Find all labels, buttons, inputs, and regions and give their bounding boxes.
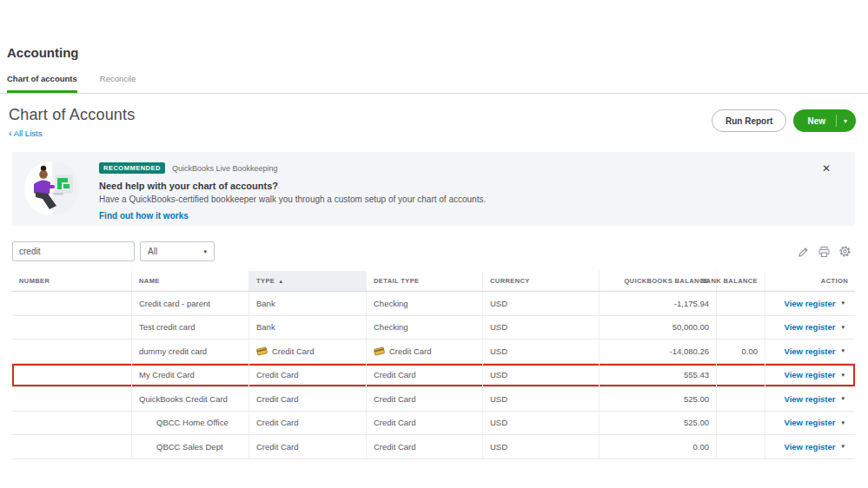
new-button-label: New <box>793 116 836 126</box>
cell-type: Credit Card <box>249 435 367 458</box>
cell-currency: USD <box>483 316 600 340</box>
view-register-label: View register <box>785 346 836 356</box>
cell-number <box>12 316 132 340</box>
banner-body-text: Have a QuickBooks-certified bookkeeper w… <box>99 195 855 204</box>
view-register-label: View register <box>785 322 836 332</box>
cell-type: Credit Card <box>249 387 367 411</box>
cell-name: QBCC Home Office <box>132 412 249 435</box>
register-dropdown-caret-icon[interactable]: ▾ <box>841 347 845 354</box>
cell-bank-balance <box>717 435 765 458</box>
table-row: Test credit cardBankCheckingUSD50,000.00… <box>12 316 855 340</box>
view-register-button[interactable]: View register▾ <box>765 387 855 411</box>
table-row: QuickBooks Credit CardCredit CardCredit … <box>12 387 855 412</box>
view-register-button[interactable]: View register▾ <box>765 316 855 340</box>
view-register-button[interactable]: View register▾ <box>765 412 855 435</box>
cell-currency: USD <box>483 364 600 387</box>
register-dropdown-caret-icon[interactable]: ▾ <box>841 324 845 331</box>
cell-number <box>12 412 132 435</box>
cell-bank-balance: 0.00 <box>717 340 765 363</box>
tab-reconcile[interactable]: Reconcile <box>100 74 136 93</box>
gear-settings-icon[interactable] <box>838 245 851 258</box>
cell-detail-type: Credit Card <box>367 340 483 363</box>
cell-detail-type: Checking <box>367 316 483 340</box>
table-row-highlighted: My Credit CardCredit CardCredit CardUSD5… <box>12 364 855 388</box>
cell-bank-balance <box>717 292 765 315</box>
cell-currency: USD <box>483 412 600 435</box>
cell-bank-balance <box>717 364 765 387</box>
find-out-how-link[interactable]: Find out how it works <box>99 211 855 221</box>
cell-currency: USD <box>483 435 600 458</box>
cell-name: Credit card - parent <box>132 292 249 315</box>
search-input[interactable] <box>12 241 135 261</box>
cell-number <box>12 292 132 315</box>
view-register-button[interactable]: View register▾ <box>765 292 855 315</box>
type-filter-value: All <box>148 247 157 256</box>
chevron-down-icon: ▾ <box>203 248 207 255</box>
banner-product-name: QuickBooks Live Bookkeeping <box>172 164 278 173</box>
cell-quickbooks-balance: -14,080.26 <box>600 340 717 363</box>
section-title: Chart of Accounts <box>9 106 135 124</box>
cell-type: Bank <box>249 316 367 340</box>
cell-type: Credit Card <box>249 364 367 387</box>
credit-card-icon <box>374 346 385 356</box>
cell-currency: USD <box>483 387 600 411</box>
register-dropdown-caret-icon[interactable]: ▾ <box>841 419 845 426</box>
edit-pencil-icon[interactable] <box>798 246 810 258</box>
tab-bar: Chart of accounts Reconcile <box>0 74 868 94</box>
cell-number <box>12 364 132 387</box>
cell-number <box>12 435 132 458</box>
view-register-button[interactable]: View register▾ <box>765 340 855 363</box>
column-header-action[interactable]: ACTION <box>765 271 855 291</box>
view-register-button[interactable]: View register▾ <box>765 364 855 387</box>
back-chevron-icon: ‹ <box>9 128 12 138</box>
new-dropdown-caret-icon[interactable]: ▾ <box>837 117 856 125</box>
cell-type: Credit Card <box>249 340 367 363</box>
column-header-bank_balance[interactable]: BANK BALANCE <box>717 271 765 291</box>
column-header-name[interactable]: NAME <box>132 271 249 291</box>
cell-bank-balance <box>717 412 765 435</box>
cell-quickbooks-balance: 50,000.00 <box>600 316 717 340</box>
table-row: Credit card - parentBankCheckingUSD-1,17… <box>12 292 855 316</box>
register-dropdown-caret-icon[interactable]: ▾ <box>841 300 845 307</box>
cell-detail-type: Checking <box>367 292 483 315</box>
all-lists-link[interactable]: ‹All Lists <box>9 128 135 138</box>
page-title: Accounting <box>0 0 868 60</box>
recommended-badge: RECOMMENDED <box>99 162 165 174</box>
column-header-number[interactable]: NUMBER <box>12 271 132 291</box>
type-filter-dropdown[interactable]: All ▾ <box>140 241 215 261</box>
cell-name: QBCC Sales Dept <box>132 435 249 458</box>
cell-name: Test credit card <box>132 316 249 340</box>
column-header-currency[interactable]: CURRENCY <box>483 271 600 291</box>
column-header-detail_type[interactable]: DETAIL TYPE <box>367 271 483 291</box>
register-dropdown-caret-icon[interactable]: ▾ <box>841 443 845 450</box>
cell-detail-type: Credit Card <box>367 387 483 411</box>
cell-detail-type: Credit Card <box>367 364 483 387</box>
cell-number <box>12 387 132 411</box>
view-register-label: View register <box>785 442 836 452</box>
table-body: Credit card - parentBankCheckingUSD-1,17… <box>12 292 855 459</box>
register-dropdown-caret-icon[interactable]: ▾ <box>841 372 845 379</box>
run-report-button[interactable]: Run Report <box>712 109 786 132</box>
cell-quickbooks-balance: 525.00 <box>600 387 717 411</box>
accounts-table: NUMBERNAMETYPE▲DETAIL TYPECURRENCYQUICKB… <box>12 271 855 459</box>
cell-quickbooks-balance: 525.00 <box>600 412 717 435</box>
banner-close-icon[interactable]: ✕ <box>822 162 831 175</box>
cell-type: Bank <box>249 292 367 315</box>
table-header-row: NUMBERNAMETYPE▲DETAIL TYPECURRENCYQUICKB… <box>12 271 855 292</box>
table-row: dummy credit cardCredit CardCredit CardU… <box>12 340 855 364</box>
column-header-qb_balance[interactable]: QUICKBOOKS BALANCE <box>600 271 717 291</box>
view-register-button[interactable]: View register▾ <box>765 435 855 458</box>
column-header-type[interactable]: TYPE▲ <box>249 271 367 291</box>
table-row: QBCC Home OfficeCredit CardCredit CardUS… <box>12 412 855 436</box>
credit-card-icon <box>256 346 268 356</box>
cell-name: My Credit Card <box>132 364 249 387</box>
bookkeeper-illustration <box>23 161 79 216</box>
cell-bank-balance <box>717 387 765 411</box>
print-icon[interactable] <box>818 246 831 258</box>
cell-detail-type: Credit Card <box>367 435 483 458</box>
all-lists-label: All Lists <box>14 129 43 138</box>
new-button[interactable]: New ▾ <box>793 109 856 132</box>
register-dropdown-caret-icon[interactable]: ▾ <box>841 395 845 402</box>
tab-chart-of-accounts[interactable]: Chart of accounts <box>7 74 77 93</box>
cell-name: QuickBooks Credit Card <box>132 387 249 411</box>
